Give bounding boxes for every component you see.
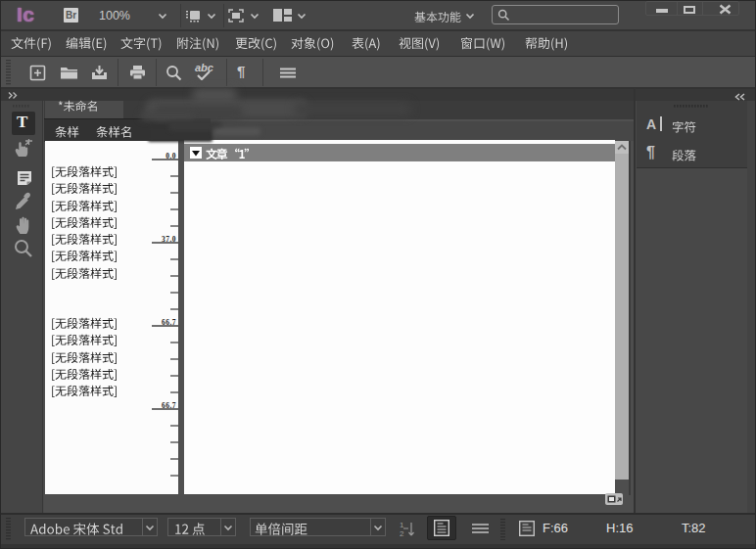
svg-text:2: 2 — [400, 529, 404, 538]
